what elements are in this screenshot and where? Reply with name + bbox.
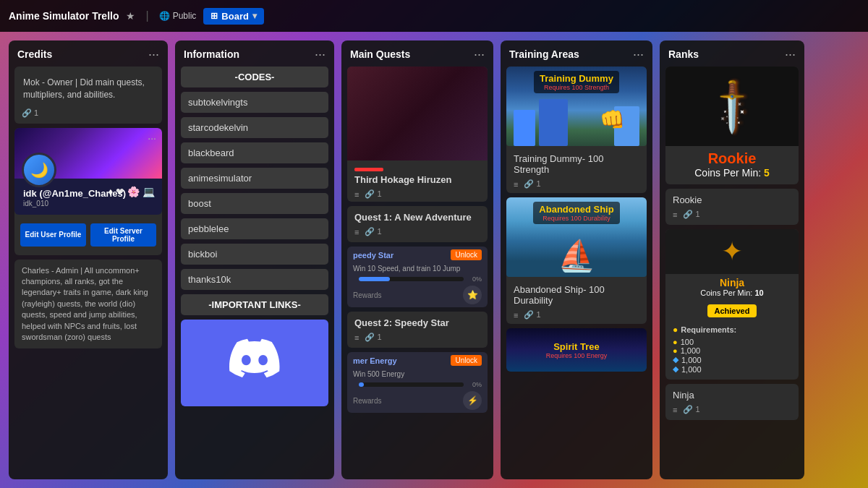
ninja-info: Ninja Coins Per Min: 10 Achieved ● Requi… bbox=[665, 274, 799, 380]
ship-content: Abandoned Ship- 100 Durability ≡ 🔗 1 bbox=[506, 281, 647, 324]
bio-text: Charles - Admin | All uncommon+ champion… bbox=[22, 265, 155, 343]
ranks-body: 🗡️ Rookie Coins Per Min: 5 Rookie ≡ 🔗 1 bbox=[660, 67, 804, 479]
globe-icon: 🌐 bbox=[159, 11, 170, 21]
bio-card[interactable]: Charles - Admin | All uncommon+ champion… bbox=[14, 260, 162, 349]
mok-attachment: 🔗 1 bbox=[22, 108, 155, 118]
dummy-label: Training Dummy- 100 Strength bbox=[514, 153, 639, 175]
quest2-footer: ≡ 🔗 1 bbox=[354, 333, 480, 342]
avatar-card[interactable]: 🌙 ··· ♦ ❤ 🌸 💻 idk (@An1me_Charles) idk_0… bbox=[14, 128, 162, 255]
code-pebblelee[interactable]: pebblelee bbox=[181, 218, 328, 239]
ranks-title: Ranks bbox=[668, 48, 699, 60]
important-links-tag[interactable]: -IMPORTANT LINKS- bbox=[181, 294, 328, 315]
ship-req-text: Requires 100 Durability bbox=[539, 215, 613, 222]
mok-card[interactable]: Mok - Owner | Did main quests, multiplie… bbox=[14, 67, 162, 124]
req-value-1: 100 bbox=[681, 338, 694, 346]
req-item-1: ● 100 bbox=[673, 338, 791, 346]
code-animesimulator[interactable]: animesimulator bbox=[181, 168, 328, 189]
attach-icon: 🔗 1 bbox=[365, 189, 381, 199]
ninja-list-icon: ≡ bbox=[673, 406, 677, 414]
spirit-tree-title: Spirit Tree bbox=[546, 341, 608, 352]
credits-header: Credits ··· bbox=[9, 40, 168, 67]
energy-progress-fill bbox=[359, 382, 364, 387]
hiruzen-card[interactable]: Third Hokage Hiruzen ≡ 🔗 1 bbox=[347, 67, 488, 202]
avatar-menu-icon[interactable]: ··· bbox=[148, 132, 156, 144]
speedy-mini-header: peedy Star Unlock bbox=[347, 247, 488, 263]
credits-menu-icon[interactable]: ··· bbox=[148, 48, 159, 61]
list-icon: ≡ bbox=[354, 190, 359, 199]
avatar-wrapper: 🌙 ··· ♦ ❤ 🌸 💻 idk (@An1me_Charles) idk_0… bbox=[14, 128, 162, 215]
ninja-sub-card[interactable]: Ninja ≡ 🔗 1 bbox=[665, 384, 799, 420]
dummy-bg: Training Dummy Requires 100 Strength 👊 bbox=[506, 67, 647, 146]
code-subtokelvingts[interactable]: subtokelvingts bbox=[181, 92, 328, 113]
list-icon: ≡ bbox=[354, 333, 359, 342]
spirit-tree-card[interactable]: Spirit Tree Requires 100 Energy bbox=[506, 328, 647, 372]
quest2-card[interactable]: Quest 2: Speedy Star ≡ 🔗 1 bbox=[347, 312, 488, 348]
req-item-3: ◆ 1,000 bbox=[673, 355, 791, 364]
req-value-2: 1,000 bbox=[681, 346, 701, 355]
board-button[interactable]: ⊞ Board ▾ bbox=[203, 8, 264, 25]
rookie-image-card[interactable]: 🗡️ Rookie Coins Per Min: 5 bbox=[665, 67, 799, 184]
ninja-name: Ninja bbox=[673, 277, 791, 288]
ship-icon: ⛵ bbox=[558, 238, 595, 273]
rookie-sub-card[interactable]: Rookie ≡ 🔗 1 bbox=[665, 189, 799, 225]
code-bickboi[interactable]: bickboi bbox=[181, 244, 328, 265]
training-dummy-card[interactable]: Training Dummy Requires 100 Strength 👊 T… bbox=[506, 67, 647, 193]
ship-label: Abandoned Ship- 100 Durability bbox=[514, 284, 639, 306]
red-bar bbox=[354, 168, 383, 171]
code-boost[interactable]: boost bbox=[181, 193, 328, 214]
energy-name: mer Energy bbox=[353, 356, 397, 365]
requirements-row: ● Requirements: bbox=[673, 325, 791, 335]
quest1-footer: ≡ 🔗 1 bbox=[354, 227, 480, 236]
quest2-title: Quest 2: Speedy Star bbox=[354, 317, 480, 328]
edit-server-button[interactable]: Edit Server Profile bbox=[90, 223, 156, 247]
ninja-card[interactable]: ✦ Ninja Coins Per Min: 10 Achieved ● Req… bbox=[665, 229, 799, 380]
unlock-button[interactable]: Unlock bbox=[451, 249, 482, 260]
information-title: Information bbox=[184, 48, 239, 60]
progress-pct: 0% bbox=[472, 275, 482, 283]
training-menu-icon[interactable]: ··· bbox=[633, 48, 644, 61]
rookie-info: Rookie Coins Per Min: 5 bbox=[665, 146, 799, 184]
energy-mini[interactable]: mer Energy Unlock Win 500 Energy 0% Rewa… bbox=[347, 352, 488, 413]
board-title: Anime Simulator Trello bbox=[9, 10, 119, 22]
ninja-cpm: Coins Per Min: 10 bbox=[673, 288, 791, 297]
ranks-header: Ranks ··· bbox=[660, 40, 804, 67]
fist-icon: 👊 bbox=[600, 108, 625, 132]
discord-icon bbox=[229, 338, 280, 388]
speedy-star-mini[interactable]: peedy Star Unlock Win 10 Speed, and trai… bbox=[347, 247, 488, 307]
discord-card[interactable] bbox=[181, 320, 328, 406]
credits-title: Credits bbox=[17, 48, 52, 60]
code-blackbeard[interactable]: blackbeard bbox=[181, 142, 328, 163]
ninja-attach-icon: 🔗 1 bbox=[683, 405, 699, 414]
edit-profile-button[interactable]: Edit User Profile bbox=[20, 223, 86, 247]
code-thanks10k[interactable]: thanks10k bbox=[181, 269, 328, 290]
chevron-down-icon[interactable]: ▾ bbox=[252, 11, 257, 21]
speedy-progress: 0% bbox=[347, 274, 488, 284]
rookie-cpm: Coins Per Min: 5 bbox=[673, 167, 791, 179]
attach-icon: 🔗 1 bbox=[365, 227, 381, 236]
building1 bbox=[514, 110, 535, 146]
ship-image: Abandoned Ship Requires 100 Durability ⛵ bbox=[506, 197, 647, 277]
spirit-tree-overlay: Spirit Tree Requires 100 Energy bbox=[546, 341, 608, 359]
ranks-menu-icon[interactable]: ··· bbox=[785, 48, 796, 61]
quest1-card[interactable]: Quest 1: A New Adventure ≡ 🔗 1 bbox=[347, 206, 488, 242]
information-header: Information ··· bbox=[175, 40, 334, 67]
energy-unlock-button[interactable]: Unlock bbox=[451, 355, 482, 366]
star-icon[interactable]: ★ bbox=[126, 10, 135, 22]
main-quests-column: Main Quests ··· Third Hokage Hiruzen ≡ 🔗… bbox=[341, 40, 493, 479]
rookie-cpm-value: 5 bbox=[764, 167, 770, 179]
spirit-tree-req: Requires 100 Energy bbox=[546, 352, 608, 359]
coin-icon-1: ● bbox=[673, 338, 678, 346]
information-menu-icon[interactable]: ··· bbox=[315, 48, 326, 61]
speedy-bottom: Rewards ⭐ bbox=[347, 284, 488, 307]
energy-progress: 0% bbox=[347, 380, 488, 390]
mok-description: Mok - Owner | Did main quests, multiplie… bbox=[22, 72, 155, 106]
req-value-4: 1,000 bbox=[681, 365, 702, 374]
speedy-icon: ⭐ bbox=[463, 286, 482, 304]
code-starcodekelvin[interactable]: starcodekelvin bbox=[181, 117, 328, 138]
codes-tag[interactable]: -CODES- bbox=[181, 67, 328, 87]
blue-gem-icon: ◆ bbox=[673, 364, 678, 374]
edit-buttons: Edit User Profile Edit Server Profile bbox=[20, 223, 156, 247]
attach-icon: 🔗 1 bbox=[365, 333, 381, 342]
abandoned-ship-card[interactable]: Abandoned Ship Requires 100 Durability ⛵… bbox=[506, 197, 647, 324]
main-quests-menu-icon[interactable]: ··· bbox=[474, 48, 485, 61]
